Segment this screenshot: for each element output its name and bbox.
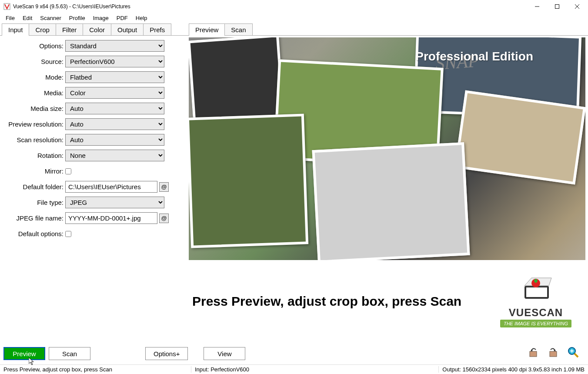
instruction-text: Press Preview, adjust crop box, press Sc…	[192, 294, 490, 309]
vuescan-logo: VUESCAN THE IMAGE IS EVERYTHING	[490, 275, 585, 327]
jpeg-name-input[interactable]	[65, 212, 157, 224]
app-icon	[3, 3, 10, 10]
maximize-button[interactable]	[547, 0, 567, 13]
tab-scan[interactable]: Scan	[224, 23, 252, 35]
default-folder-label: Default folder:	[3, 183, 65, 190]
menu-scanner[interactable]: Scanner	[36, 14, 65, 22]
zoom-in-icon[interactable]	[567, 346, 579, 361]
tab-input[interactable]: Input	[2, 23, 29, 36]
window-title: VueScan 9 x64 (9.5.63) - C:\Users\IEUser…	[13, 3, 527, 10]
menubar: File Edit Scanner Profile Image PDF Help	[0, 13, 588, 23]
media-label: Media:	[3, 89, 65, 97]
collage-photo	[189, 37, 285, 127]
left-panel: Input Crop Filter Color Output Prefs Opt…	[0, 23, 187, 343]
collage-photo	[312, 142, 470, 263]
tab-filter[interactable]: Filter	[56, 23, 83, 35]
mirror-checkbox[interactable]	[65, 168, 71, 174]
status-left: Press Preview, adjust crop box, press Sc…	[0, 366, 191, 373]
left-tabs: Input Crop Filter Color Output Prefs	[0, 23, 187, 36]
menu-pdf[interactable]: PDF	[113, 14, 132, 22]
menu-help[interactable]: Help	[132, 14, 151, 22]
statusbar: Press Preview, adjust crop box, press Sc…	[0, 364, 588, 374]
jpeg-name-browse-button[interactable]: @	[159, 214, 169, 223]
preview-res-label: Preview resolution:	[3, 120, 65, 128]
options-label: Options:	[3, 42, 65, 50]
form-area: Options:Standard Source:PerfectionV600 M…	[0, 36, 187, 343]
edition-text: Professional Edition	[415, 50, 533, 63]
rotate-left-icon[interactable]	[527, 346, 539, 361]
close-button[interactable]	[567, 0, 587, 13]
svg-rect-6	[526, 287, 547, 297]
options-select[interactable]: Standard	[65, 40, 164, 52]
status-right: Output: 1560x2334 pixels 400 dpi 3.9x5.8…	[439, 366, 588, 373]
tab-color[interactable]: Color	[83, 23, 111, 35]
titlebar: VueScan 9 x64 (9.5.63) - C:\Users\IEUser…	[0, 0, 588, 13]
media-select[interactable]: Color	[65, 87, 164, 99]
source-label: Source:	[3, 58, 65, 65]
scan-res-select[interactable]: Auto	[65, 134, 164, 146]
rotation-label: Rotation:	[3, 152, 65, 159]
mirror-label: Mirror:	[3, 167, 65, 175]
svg-rect-8	[530, 351, 537, 357]
rotation-select[interactable]: None	[65, 150, 164, 161]
preview-button[interactable]: Preview	[3, 347, 45, 360]
collage-photo	[189, 114, 308, 248]
minimize-button[interactable]	[527, 0, 547, 13]
tab-prefs[interactable]: Prefs	[143, 23, 171, 35]
file-type-select[interactable]: JPEG	[65, 197, 164, 208]
options-plus-button[interactable]: Options+	[145, 347, 188, 360]
mode-select[interactable]: Flatbed	[65, 71, 164, 83]
svg-rect-9	[550, 351, 557, 357]
menu-edit[interactable]: Edit	[19, 14, 36, 22]
status-center: Input: PerfectionV600	[191, 366, 439, 373]
tab-preview[interactable]: Preview	[189, 23, 225, 36]
view-button[interactable]: View	[204, 347, 245, 360]
menu-profile[interactable]: Profile	[65, 14, 89, 22]
default-folder-browse-button[interactable]: @	[159, 182, 169, 192]
scanner-icon	[490, 275, 582, 307]
logo-name: VUESCAN	[490, 307, 582, 319]
tab-output[interactable]: Output	[111, 23, 144, 35]
default-options-checkbox[interactable]	[65, 231, 71, 237]
jpeg-name-label: JPEG file name:	[3, 214, 65, 222]
default-options-label: Default options:	[3, 230, 65, 237]
file-type-label: File type:	[3, 199, 65, 206]
svg-rect-2	[555, 5, 559, 9]
menu-file[interactable]: File	[2, 14, 19, 22]
bottom-toolbar: Preview Scan Options+ View	[0, 343, 588, 364]
mode-label: Mode:	[3, 73, 65, 81]
scan-button[interactable]: Scan	[49, 347, 90, 360]
right-panel: Preview Scan SNAP Professional Edition P…	[187, 23, 588, 343]
right-tabs: Preview Scan	[187, 23, 588, 36]
tab-crop[interactable]: Crop	[29, 23, 56, 35]
menu-image[interactable]: Image	[89, 14, 113, 22]
media-size-select[interactable]: Auto	[65, 103, 164, 114]
instruction-panel: Press Preview, adjust crop box, press Sc…	[189, 260, 585, 343]
preview-res-select[interactable]: Auto	[65, 118, 164, 130]
preview-area[interactable]: SNAP Professional Edition Press Preview,…	[189, 37, 585, 343]
collage-photo	[454, 90, 585, 184]
svg-line-11	[575, 354, 578, 357]
source-select[interactable]: PerfectionV600	[65, 56, 164, 67]
default-folder-input[interactable]	[65, 181, 157, 193]
rotate-right-icon[interactable]	[547, 346, 559, 361]
logo-tagline: THE IMAGE IS EVERYTHING	[500, 320, 571, 327]
media-size-label: Media size:	[3, 105, 65, 112]
scan-res-label: Scan resolution:	[3, 136, 65, 144]
